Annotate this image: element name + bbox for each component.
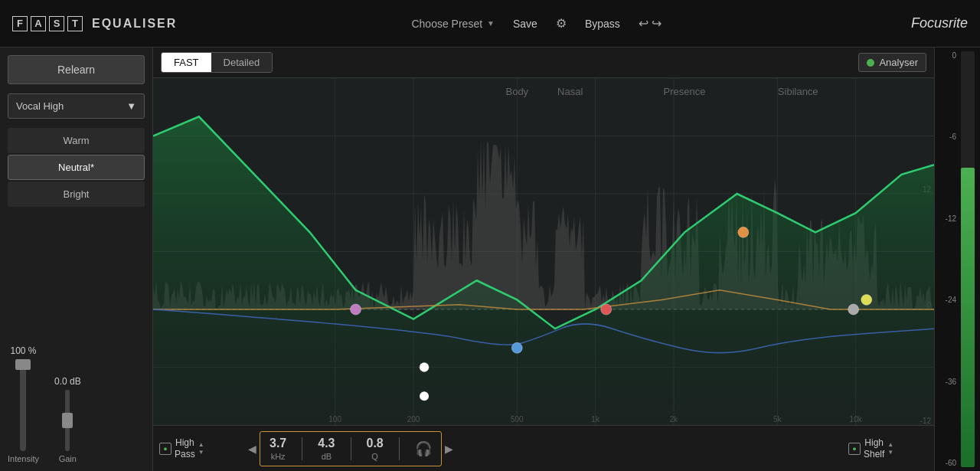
eq-canvas[interactable]	[153, 78, 934, 425]
preset-dropdown-label: Choose Preset	[411, 18, 482, 30]
eq-area: FAST Detailed Analyser ● HighPass ▲	[153, 47, 934, 471]
meter-scale-6: -6	[936, 132, 956, 141]
undo-redo-group: ↩ ↪	[639, 16, 662, 31]
analyser-button[interactable]: Analyser	[858, 53, 926, 72]
band-db-value: 4.3	[318, 437, 335, 450]
analyser-label: Analyser	[879, 57, 918, 68]
band-db-unit: dB	[322, 452, 332, 461]
intensity-control: 100 % Intensity	[8, 345, 39, 463]
gain-label: Gain	[59, 454, 77, 463]
band-next-arrow[interactable]: ▶	[442, 440, 456, 458]
logo-letter-a: A	[31, 16, 46, 31]
high-shelf-down-arrow[interactable]: ▼	[887, 450, 893, 456]
gain-control: 0.0 dB Gain	[54, 376, 81, 463]
header-controls: Choose Preset ▼ Save ⚙ Bypass ↩ ↪	[411, 15, 661, 33]
band-freq-item: 3.7 kHz	[270, 437, 286, 461]
focusrite-logo: Focusrite	[911, 15, 968, 31]
logo: F A S T EQUALISER	[12, 16, 177, 31]
band-freq-unit: kHz	[271, 452, 286, 461]
tab-detailed[interactable]: Detailed	[211, 53, 273, 72]
undo-icon[interactable]: ↩	[639, 16, 648, 31]
band-q-unit: Q	[371, 452, 378, 461]
style-neutral-button[interactable]: Neutral*	[8, 155, 145, 180]
meter-scale-24: -24	[936, 296, 956, 304]
high-pass-toggle[interactable]: ●	[159, 443, 172, 455]
eq-canvas-container[interactable]	[153, 78, 934, 425]
meter-bar-bg	[961, 51, 975, 467]
preset-name: Vocal High	[16, 100, 64, 112]
gain-slider[interactable]	[65, 390, 70, 451]
meter-scale-36: -36	[936, 378, 956, 386]
meter-bar	[961, 168, 975, 467]
preset-selector-arrow: ▼	[126, 100, 136, 112]
intensity-label: Intensity	[8, 454, 39, 463]
style-options: Warm Neutral* Bright	[8, 128, 145, 207]
gain-value: 0.0 dB	[54, 376, 81, 387]
intensity-value: 100 %	[10, 345, 36, 356]
preset-dropdown[interactable]: Choose Preset ▼	[411, 18, 495, 30]
tab-fast[interactable]: FAST	[162, 53, 211, 72]
header: F A S T EQUALISER Choose Preset ▼ Save ⚙…	[0, 0, 980, 47]
relearn-button[interactable]: Relearn	[8, 55, 145, 84]
analyser-indicator	[867, 59, 874, 67]
save-button[interactable]: Save	[507, 15, 544, 33]
left-panel: Relearn Vocal High ▼ Warm Neutral* Brigh…	[0, 47, 153, 471]
main-content: Relearn Vocal High ▼ Warm Neutral* Brigh…	[0, 47, 980, 471]
intensity-slider[interactable]	[20, 359, 26, 451]
band-divider-2	[351, 437, 351, 460]
high-pass-arrows: ▲ ▼	[198, 442, 204, 456]
high-pass-control: ● HighPass ▲ ▼	[153, 437, 245, 460]
dropdown-arrow-icon: ▼	[487, 19, 495, 28]
band-freq-value: 3.7	[270, 437, 286, 450]
meter-scale-12: -12	[936, 214, 956, 223]
meter-scale-60: -60	[936, 459, 956, 467]
band-db-item: 4.3 dB	[318, 437, 335, 461]
band-info-box: 3.7 kHz 4.3 dB 0.8 Q 🎧	[260, 431, 442, 466]
high-shelf-control: ● HighShelf ▲ ▼	[842, 437, 934, 460]
logo-letter-s: S	[49, 16, 64, 31]
logo-letter-f: F	[12, 16, 28, 31]
right-meter: 0 -6 -12 -24 -36 -60	[934, 47, 980, 471]
eq-bottom-strip: ● HighPass ▲ ▼ ◀ 3.7 kHz 4.3 dB	[153, 425, 934, 471]
high-shelf-label: HighShelf	[864, 437, 884, 460]
high-pass-up-arrow[interactable]: ▲	[198, 442, 204, 448]
high-shelf-toggle[interactable]: ●	[848, 443, 861, 455]
band-divider-1	[302, 437, 302, 460]
preset-selector[interactable]: Vocal High ▼	[8, 93, 145, 119]
logo-letter-t: T	[67, 16, 83, 31]
meter-scale-0: 0	[936, 51, 956, 60]
band-prev-arrow[interactable]: ◀	[245, 440, 260, 458]
headphone-icon[interactable]: 🎧	[415, 440, 432, 457]
high-shelf-arrows: ▲ ▼	[887, 442, 893, 456]
settings-icon[interactable]: ⚙	[556, 16, 567, 31]
band-q-value: 0.8	[367, 437, 384, 450]
view-tab-group: FAST Detailed	[161, 52, 273, 73]
band-divider-3	[399, 437, 400, 460]
eq-top-bar: FAST Detailed Analyser	[153, 47, 934, 78]
high-pass-label: HighPass	[175, 437, 195, 460]
high-shelf-up-arrow[interactable]: ▲	[887, 442, 893, 448]
style-bright-button[interactable]: Bright	[8, 182, 145, 207]
bottom-controls: 100 % Intensity 0.0 dB Gain	[8, 338, 145, 463]
redo-icon[interactable]: ↪	[652, 16, 662, 31]
bypass-button[interactable]: Bypass	[579, 15, 626, 33]
band-q-item: 0.8 Q	[367, 437, 384, 461]
style-warm-button[interactable]: Warm	[8, 128, 145, 153]
high-pass-down-arrow[interactable]: ▼	[198, 450, 204, 456]
app-title: EQUALISER	[92, 17, 177, 31]
